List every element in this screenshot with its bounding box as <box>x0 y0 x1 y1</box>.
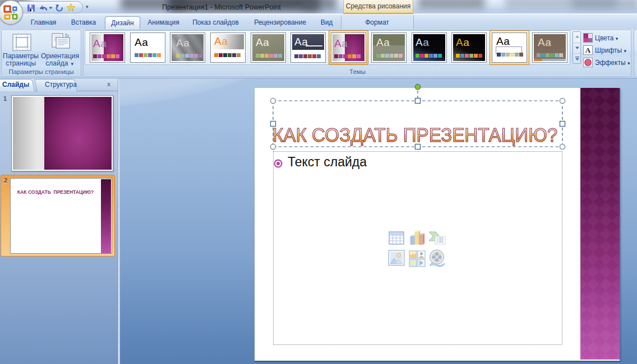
svg-text:A: A <box>585 46 591 54</box>
